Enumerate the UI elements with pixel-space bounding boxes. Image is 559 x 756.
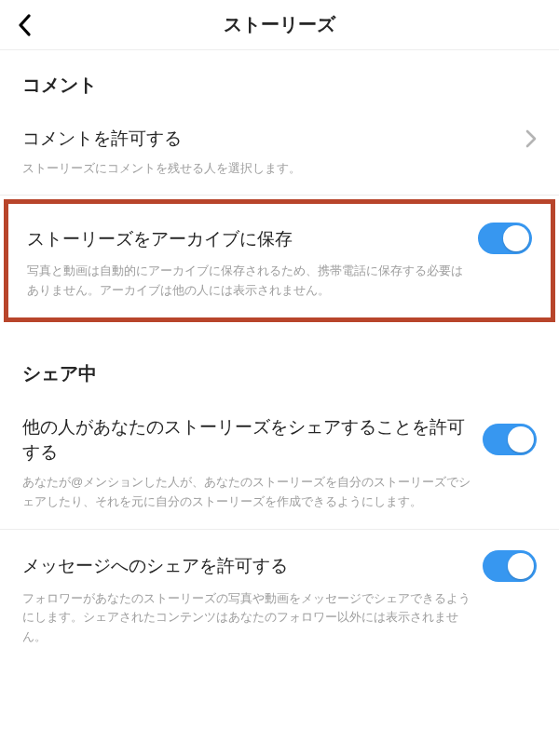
section-header-comments: コメント	[0, 50, 559, 105]
row-desc: フォロワーがあなたのストーリーズの写真や動画をメッセージでシェアできるようにしま…	[22, 589, 537, 647]
divider	[0, 195, 559, 196]
toggle-save-archive[interactable]	[478, 223, 532, 254]
row-desc: ストーリーズにコメントを残せる人を選択します。	[22, 159, 537, 179]
chevron-left-icon	[18, 14, 33, 36]
row-label: ストーリーズをアーカイブに保存	[27, 226, 467, 252]
toggle-allow-message-share[interactable]	[483, 550, 537, 582]
highlighted-setting-archive: ストーリーズをアーカイブに保存 写真と動画は自動的にアーカイブに保存されるため、…	[4, 199, 555, 322]
chevron-right-icon	[525, 129, 537, 148]
header: ストーリーズ	[0, 0, 559, 50]
row-label: コメントを許可する	[22, 126, 514, 152]
row-label: メッセージへのシェアを許可する	[22, 553, 471, 579]
row-allow-comments[interactable]: コメントを許可する ストーリーズにコメントを残せる人を選択します。	[0, 105, 559, 195]
row-allow-reshare: 他の人があなたのストーリーズをシェアすることを許可する あなたが@メンションした…	[0, 394, 559, 529]
toggle-allow-reshare[interactable]	[483, 424, 537, 455]
row-allow-message-share: メッセージへのシェアを許可する フォロワーがあなたのストーリーズの写真や動画をメ…	[0, 530, 559, 664]
row-desc: 写真と動画は自動的にアーカイブに保存されるため、携帯電話に保存する必要はありませ…	[27, 262, 532, 301]
section-header-sharing: シェア中	[0, 339, 559, 394]
back-button[interactable]	[11, 11, 39, 39]
row-save-archive: ストーリーズをアーカイブに保存 写真と動画は自動的にアーカイブに保存されるため、…	[8, 204, 551, 317]
row-desc: あなたが@メンションした人が、あなたのストーリーズを自分のストーリーズでシェアし…	[22, 473, 537, 512]
row-label: 他の人があなたのストーリーズをシェアすることを許可する	[22, 414, 471, 466]
page-title: ストーリーズ	[224, 12, 335, 37]
